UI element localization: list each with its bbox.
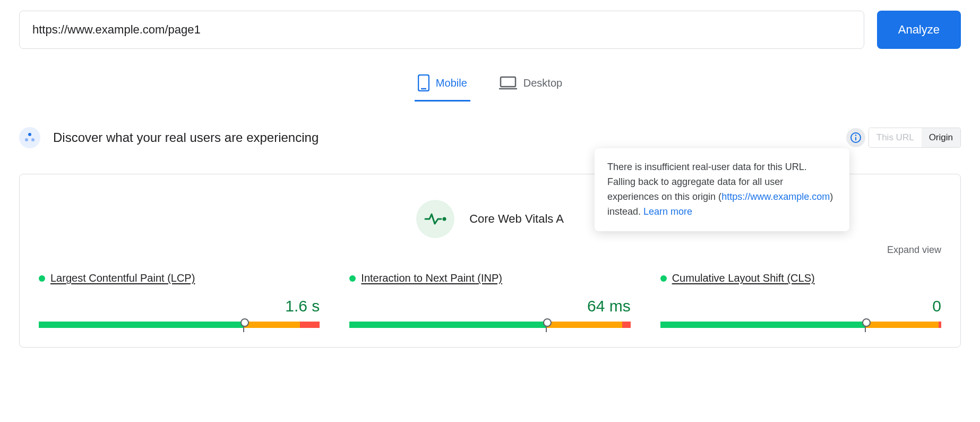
analyze-button[interactable]: Analyze — [877, 11, 961, 49]
metric-inp: Interaction to Next Paint (INP) 64 ms — [349, 272, 630, 328]
insufficient-data-tooltip: There is insufficient real-user data for… — [595, 148, 849, 231]
svg-point-9 — [855, 134, 856, 136]
marker-icon — [240, 318, 247, 330]
metrics-row: Largest Contentful Paint (LCP) 1.6 s Int… — [39, 272, 941, 328]
desktop-icon — [499, 76, 517, 90]
metric-cls-name[interactable]: Cumulative Layout Shift (CLS) — [672, 272, 815, 284]
status-dot-good — [349, 275, 356, 282]
crux-icon — [19, 127, 40, 148]
metric-cls-bar — [660, 322, 941, 328]
status-dot-good — [660, 275, 667, 282]
scope-segmented: This URL Origin — [869, 128, 961, 148]
tooltip-origin-link[interactable]: https://www.example.com — [721, 191, 830, 202]
seg-this-url: This URL — [869, 128, 922, 147]
tab-mobile-label: Mobile — [436, 77, 467, 89]
card-title: Core Web Vitals A — [469, 212, 564, 226]
svg-point-5 — [25, 138, 28, 141]
svg-point-6 — [31, 138, 35, 141]
device-tabs: Mobile Desktop — [19, 68, 961, 102]
section-header: Discover what your real users are experi… — [19, 127, 961, 148]
svg-point-4 — [28, 133, 31, 136]
svg-rect-2 — [501, 77, 515, 87]
expand-view-link[interactable]: Expand view — [887, 244, 941, 256]
marker-icon — [543, 318, 549, 330]
metric-lcp-bar — [39, 322, 320, 328]
mobile-icon — [418, 74, 429, 91]
tab-mobile[interactable]: Mobile — [415, 68, 470, 102]
marker-icon — [862, 318, 869, 330]
tab-desktop-label: Desktop — [523, 77, 562, 89]
metric-lcp: Largest Contentful Paint (LCP) 1.6 s — [39, 272, 320, 328]
metric-cls: Cumulative Layout Shift (CLS) 0 — [660, 272, 941, 328]
metric-lcp-name[interactable]: Largest Contentful Paint (LCP) — [50, 272, 195, 284]
url-input[interactable] — [19, 11, 864, 49]
tooltip-learn-more-link[interactable]: Learn more — [643, 206, 692, 217]
seg-origin[interactable]: Origin — [922, 128, 960, 147]
metric-cls-value: 0 — [660, 297, 941, 315]
metric-inp-name[interactable]: Interaction to Next Paint (INP) — [361, 272, 502, 284]
info-icon[interactable] — [846, 128, 865, 147]
metric-inp-value: 64 ms — [349, 297, 630, 315]
metric-lcp-value: 1.6 s — [39, 297, 320, 315]
pulse-icon — [416, 200, 454, 238]
metric-inp-bar — [349, 322, 630, 328]
section-title: Discover what your real users are experi… — [53, 130, 319, 145]
status-dot-good — [39, 275, 45, 282]
svg-point-10 — [443, 217, 446, 221]
tab-desktop[interactable]: Desktop — [496, 68, 565, 102]
url-bar: Analyze — [19, 11, 961, 49]
